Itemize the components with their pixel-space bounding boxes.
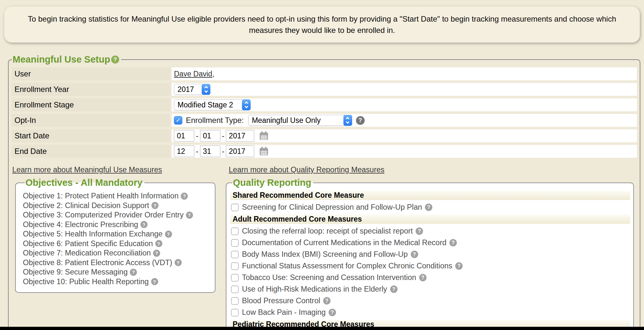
measure-row: Functional Status Assessment for Complex… [231,262,630,270]
table-row-enrollment-stage: Enrollment Stage Modified Stage 2 [12,98,637,111]
section-header-adult: Adult Recommended Core Measures [230,215,630,224]
date-separator: - [196,147,198,156]
help-icon[interactable]: ? [323,297,331,305]
calendar-icon[interactable] [259,131,269,141]
measure-checkbox[interactable] [231,297,239,305]
measure-checkbox[interactable] [231,239,239,247]
objective-text: Objective 1: Protect Patient Health Info… [23,191,178,201]
measure-label: Blood Pressure Control [242,296,320,305]
measure-row: Screening for Clinical Depression and Fo… [231,203,630,212]
start-day-input[interactable] [200,130,220,142]
learn-more-mu-link[interactable]: Learn more about Meaningful Use Measures [12,165,162,174]
objective-text: Objective 10: Public Health Reporting [23,277,149,287]
enrollment-year-label: Enrollment Year [12,83,170,96]
help-icon[interactable]: ? [175,259,182,266]
help-icon[interactable]: ? [455,262,463,270]
chevron-down-icon [204,89,208,93]
help-icon[interactable]: ? [449,239,457,246]
table-row-user: User Dave David, [12,67,637,80]
measure-label: Body Mass Index (BMI) Screening and Foll… [242,250,408,259]
table-row-opt-in: Opt-In ✓ Enrollment Type: Meaningful Use… [12,114,637,127]
list-item: Objective 10: Public Health Reporting? [23,277,212,287]
start-year-input[interactable] [226,130,254,142]
list-item: Objective 3: Computerized Provider Order… [23,210,212,220]
help-icon[interactable]: ? [130,269,137,276]
date-separator: - [196,132,198,140]
measure-row: Documentation of Current Medications in … [231,238,630,247]
help-icon[interactable]: ? [411,251,418,258]
end-year-input[interactable] [226,145,254,157]
help-icon[interactable]: ? [390,285,398,293]
measure-checkbox[interactable] [231,309,239,316]
user-link[interactable]: Dave David, [174,70,214,78]
mu-setup-fieldset: Meaningful Use Setup ? User Dave David, … [8,54,640,330]
enrollment-year-value: 2017 [174,85,202,94]
objectives-legend: Objectives - All Mandatory [25,177,144,188]
help-icon[interactable]: ? [419,274,427,281]
measure-row: Tobacco Use: Screening and Cessation Int… [231,273,630,282]
measure-row: Body Mass Index (BMI) Screening and Foll… [231,250,630,259]
objective-text: Objective 8: Patient Electronic Access (… [23,258,172,268]
help-icon[interactable]: ? [151,278,158,285]
measure-checkbox[interactable] [231,285,239,293]
enrollment-year-select[interactable]: 2017 [174,84,210,95]
measure-checkbox[interactable] [231,227,239,235]
measure-checkbox[interactable] [231,251,239,258]
measure-checkbox[interactable] [231,204,239,211]
learn-more-qr-link[interactable]: Learn more about Quality Reporting Measu… [229,165,384,174]
enrollment-type-select[interactable]: Meaningful Use Only [248,115,352,126]
bottom-frame-bar [0,327,644,330]
measure-row: Closing the referral loop: receipt of sp… [231,227,630,235]
list-item: Objective 6: Patient Specific Education? [23,239,212,249]
objective-text: Objective 5: Health Information Exchange [23,229,163,239]
measure-label: Documentation of Current Medications in … [242,238,447,247]
end-day-input[interactable] [200,145,220,157]
calendar-icon[interactable] [259,146,269,156]
objective-text: Objective 4: Electronic Prescribing [23,220,138,230]
mu-setup-title: Meaningful Use Setup [13,54,110,65]
start-month-input[interactable] [174,130,194,142]
enrollment-type-label: Enrollment Type: [186,116,244,125]
help-icon[interactable]: ? [186,212,193,219]
measure-label: Tobacco Use: Screening and Cessation Int… [242,273,416,282]
instruction-text: To begin tracking statistics for Meaning… [19,13,625,36]
measure-checkbox[interactable] [231,262,239,270]
list-item: Objective 8: Patient Electronic Access (… [23,258,212,268]
help-icon[interactable]: ? [153,250,160,257]
help-icon[interactable]: ? [356,116,365,125]
help-icon[interactable]: ? [155,240,162,247]
end-month-input[interactable] [174,145,194,157]
objectives-fieldset: Objectives - All Mandatory Objective 1: … [15,177,216,293]
measure-row: Use of High-Risk Medications in the Elde… [231,285,630,294]
list-item: Objective 2: Clinical Decision Support? [23,201,212,211]
help-icon[interactable]: ? [425,204,432,211]
opt-in-checkbox[interactable]: ✓ [174,116,182,125]
measure-row: Blood Pressure Control ? [231,296,630,305]
list-item: Objective 7: Medication Reconciliation? [23,248,212,258]
help-icon[interactable]: ? [181,193,188,200]
help-icon[interactable]: ? [165,231,172,238]
objective-text: Objective 3: Computerized Provider Order… [23,210,184,220]
help-icon[interactable]: ? [111,55,119,64]
help-icon[interactable]: ? [140,221,148,228]
enrollment-stage-label: Enrollment Stage [12,98,170,111]
list-item: Objective 1: Protect Patient Health Info… [23,191,212,201]
objective-text: Objective 2: Clinical Decision Support [23,201,149,211]
measure-label: Screening for Clinical Depression and Fo… [242,203,422,212]
measure-checkbox[interactable] [231,274,239,282]
table-row-end-date: End Date - - [12,145,637,158]
measure-row: Low Back Pain - Imaging ? [231,308,630,317]
objective-text: Objective 6: Patient Specific Education [23,239,153,249]
setup-table: User Dave David, Enrollment Year 2017 En… [10,65,639,160]
measure-label: Low Back Pain - Imaging [242,308,326,317]
list-item: Objective 5: Health Information Exchange… [23,229,212,239]
enrollment-stage-select[interactable]: Modified Stage 2 [174,99,251,110]
help-icon[interactable]: ? [416,227,423,235]
chevron-down-icon [346,120,349,124]
select-stepper-icon [242,99,251,110]
end-date-label: End Date [12,145,170,158]
help-icon[interactable]: ? [151,202,159,209]
help-icon[interactable]: ? [329,309,336,316]
objectives-list: Objective 1: Protect Patient Health Info… [23,191,212,286]
objective-text: Objective 7: Medication Reconciliation [23,248,151,258]
